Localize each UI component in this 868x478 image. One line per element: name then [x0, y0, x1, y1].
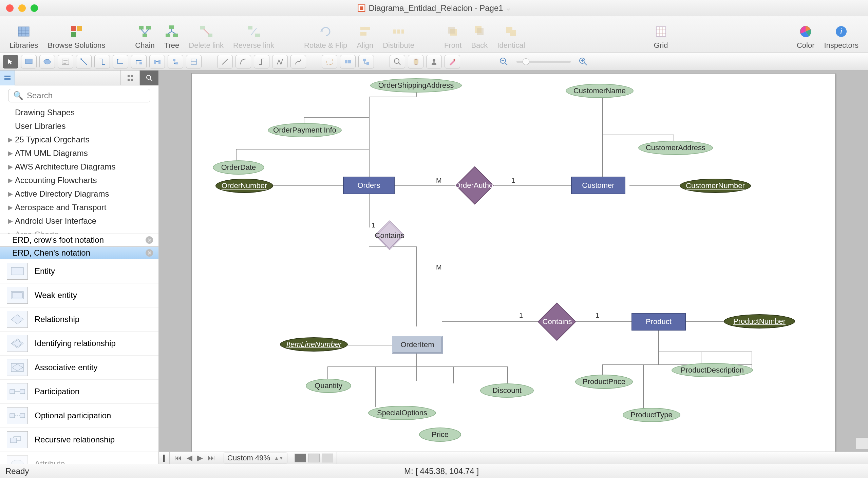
identical-button[interactable]: Identical	[492, 24, 530, 50]
rel-contains-1[interactable]: Contains	[361, 225, 418, 246]
entity-customer[interactable]: Customer	[571, 177, 625, 194]
person-tool-button[interactable]	[426, 55, 442, 68]
page-next-button[interactable]: ▶	[196, 454, 204, 462]
stencil-tab-chens[interactable]: ERD, Chen's notation✕	[0, 246, 158, 259]
lib-25-org[interactable]: ▶25 Typical Orgcharts	[0, 133, 158, 146]
line-spline-button[interactable]	[290, 55, 306, 68]
attr-specialoptions[interactable]: SpecialOptions	[368, 406, 436, 420]
connector-5-button[interactable]	[149, 55, 165, 68]
attr-productnumber[interactable]: ProductNumber	[724, 314, 795, 328]
snap-1-button[interactable]	[322, 55, 337, 68]
shape-participation[interactable]: Participation	[0, 380, 158, 404]
shape-recursive-relationship[interactable]: Recursive relationship	[0, 428, 158, 452]
attr-ordernumber[interactable]: OrderNumber	[215, 179, 273, 193]
chain-button[interactable]: Chain	[130, 24, 159, 50]
close-stencil-chens[interactable]: ✕	[146, 249, 153, 257]
shape-identifying-relationship[interactable]: Identifying relationship	[0, 332, 158, 356]
canvas-area[interactable]: M 1 1 M 1 1 Orders Customer Product Orde…	[159, 71, 868, 464]
selection-tool-button[interactable]	[3, 55, 18, 68]
back-button[interactable]: Back	[466, 24, 492, 50]
shape-associative-entity[interactable]: Associative entity	[0, 356, 158, 380]
stencil-tab-crowsfoot[interactable]: ERD, crow's foot notation✕	[0, 234, 158, 246]
connector-3-button[interactable]	[113, 55, 128, 68]
line-straight-button[interactable]	[217, 55, 233, 68]
shape-entity[interactable]: Entity	[0, 259, 158, 283]
attr-price[interactable]: Price	[419, 427, 461, 442]
ellipse-tool-button[interactable]	[39, 55, 55, 68]
delete-link-button[interactable]: Delete link	[184, 24, 228, 50]
connector-6-button[interactable]	[168, 55, 183, 68]
minimize-window-button[interactable]	[18, 4, 26, 12]
zoom-in-button[interactable]	[575, 55, 591, 68]
lib-user-libraries[interactable]: User Libraries	[0, 119, 158, 133]
distribute-button[interactable]: Distribute	[378, 24, 419, 50]
attr-orderpayment[interactable]: OrderPayment Info	[268, 123, 342, 137]
document-title[interactable]: Diagrama_Entidad_Relacion - Page1 ⌵	[358, 3, 510, 13]
line-zigzag-button[interactable]	[272, 55, 288, 68]
page-prev-button[interactable]: ◀	[185, 454, 194, 462]
search-toggle-button[interactable]	[139, 71, 158, 85]
lib-aws[interactable]: ▶AWS Architecture Diagrams	[0, 160, 158, 174]
shape-weak-entity[interactable]: Weak entity	[0, 283, 158, 307]
connector-7-button[interactable]	[186, 55, 202, 68]
page-tab-3[interactable]	[322, 454, 333, 462]
lib-drawing-shapes[interactable]: Drawing Shapes	[0, 106, 158, 119]
align-button[interactable]: Align	[352, 24, 378, 50]
entity-orders[interactable]: Orders	[343, 177, 395, 194]
zoom-tool-button[interactable]	[390, 55, 405, 68]
lib-android[interactable]: ▶Android User Interface	[0, 214, 158, 228]
attr-discount[interactable]: Discount	[480, 383, 534, 398]
zoom-window-button[interactable]	[31, 4, 38, 12]
panel-collapse-button[interactable]: ‖	[159, 452, 170, 464]
shape-relationship[interactable]: Relationship	[0, 307, 158, 332]
tree-button[interactable]: Tree	[159, 24, 184, 50]
diagram-page[interactable]: M 1 1 M 1 1 Orders Customer Product Orde…	[191, 73, 835, 456]
shape-optional-participation[interactable]: Optional participation	[0, 404, 158, 428]
connector-2-button[interactable]	[94, 55, 110, 68]
pan-tool-button[interactable]	[408, 55, 423, 68]
shape-attribute[interactable]: Attribute	[0, 452, 158, 464]
page-last-button[interactable]: ⏭	[206, 454, 216, 462]
attr-customeraddress[interactable]: CustomerAddress	[638, 141, 713, 155]
entity-product[interactable]: Product	[631, 313, 686, 331]
connector-1-button[interactable]	[76, 55, 92, 68]
lib-atm-uml[interactable]: ▶ATM UML Diagrams	[0, 146, 158, 160]
attr-productprice[interactable]: ProductPrice	[575, 375, 633, 389]
rel-orderauthor[interactable]: OrderAuthor	[446, 171, 504, 200]
snap-2-button[interactable]	[340, 55, 356, 68]
close-stencil-crowsfoot[interactable]: ✕	[146, 236, 153, 244]
rectangle-tool-button[interactable]	[21, 55, 37, 68]
reverse-link-button[interactable]: Reverse link	[228, 24, 279, 50]
lib-aerospace[interactable]: ▶Aerospace and Transport	[0, 201, 158, 214]
color-button[interactable]: Color	[792, 24, 819, 50]
rotate-flip-button[interactable]: Rotate & Flip	[299, 24, 352, 50]
lib-ad[interactable]: ▶Active Directory Diagrams	[0, 187, 158, 201]
page-first-button[interactable]: ⏮	[173, 454, 183, 462]
attr-producttype[interactable]: ProductType	[623, 408, 680, 422]
grid-button[interactable]: Grid	[649, 24, 673, 50]
page-tab-2[interactable]	[308, 454, 320, 462]
zoom-out-button[interactable]	[496, 55, 512, 68]
zoom-select[interactable]: Custom 49%▲▼	[224, 453, 287, 463]
inspectors-button[interactable]: i Inspectors	[819, 24, 864, 50]
libraries-button[interactable]: Libraries	[5, 24, 43, 50]
attr-quantity[interactable]: Quantity	[306, 379, 351, 393]
line-curve-button[interactable]	[235, 55, 251, 68]
lib-area-charts[interactable]: ▶Area Charts	[0, 228, 158, 234]
sidebar-toggle-button[interactable]	[0, 71, 15, 85]
attr-orderdate[interactable]: OrderDate	[213, 160, 264, 175]
line-step-button[interactable]	[254, 55, 269, 68]
zoom-slider-knob[interactable]	[523, 58, 529, 65]
attr-itemlinenumber[interactable]: ItemLineNumber	[280, 337, 348, 352]
attr-customernumber[interactable]: CustomerNumber	[680, 179, 751, 193]
connector-4-button[interactable]	[131, 55, 147, 68]
text-tool-button[interactable]	[58, 55, 73, 68]
snap-3-button[interactable]	[358, 55, 374, 68]
close-window-button[interactable]	[6, 4, 14, 12]
grid-view-button[interactable]	[120, 71, 139, 85]
entity-orderitem[interactable]: OrderItem	[392, 336, 443, 354]
attr-productdescription[interactable]: ProductDescription	[672, 363, 753, 377]
minimap-toggle[interactable]	[856, 437, 868, 450]
front-button[interactable]: Front	[439, 24, 466, 50]
pen-tool-button[interactable]	[445, 55, 460, 68]
